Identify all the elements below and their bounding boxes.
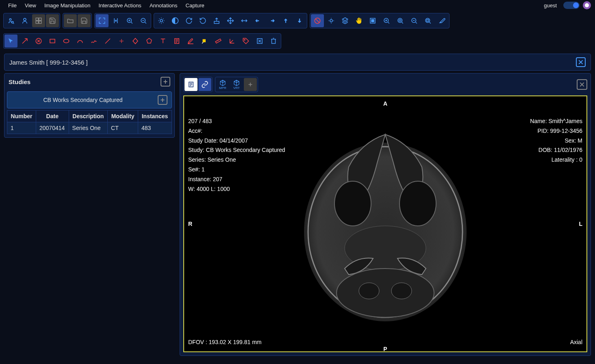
layers-icon[interactable] — [339, 14, 352, 27]
mpr-button[interactable]: MPR — [216, 78, 229, 91]
avatar[interactable] — [583, 1, 591, 9]
fit-icon[interactable] — [96, 14, 109, 27]
circle-x-icon[interactable] — [32, 35, 45, 48]
studies-panel: Studies + CB Works Secondary Captured + … — [4, 73, 175, 138]
probe-icon[interactable] — [435, 14, 448, 27]
down-icon[interactable] — [293, 14, 306, 27]
pan-hand-icon[interactable] — [352, 14, 365, 27]
save-as-icon[interactable] — [78, 14, 91, 27]
note-tool-icon[interactable] — [170, 35, 183, 48]
menu-annotations[interactable]: Annotations — [145, 1, 182, 10]
menu-image-manipulation[interactable]: Image Manipulation — [40, 1, 94, 10]
main-area: Studies + CB Works Secondary Captured + … — [0, 73, 595, 360]
overlay-top-right: Name: Smith^James PID: 999-12-3456 Sex: … — [530, 117, 582, 165]
angle-icon[interactable] — [226, 35, 239, 48]
arc-tool-icon[interactable] — [74, 35, 87, 48]
up-icon[interactable] — [279, 14, 292, 27]
freehand-icon[interactable] — [87, 35, 100, 48]
highlight-icon[interactable] — [184, 35, 197, 48]
user-label: guest — [541, 2, 560, 9]
contrast-icon[interactable] — [169, 14, 182, 27]
svg-point-1 — [9, 19, 11, 21]
point-tool-icon[interactable] — [115, 35, 128, 48]
orientation-p: P — [383, 346, 387, 352]
ellipse-tool-icon[interactable] — [60, 35, 73, 48]
next-icon[interactable] — [265, 14, 278, 27]
series-table: Number Date Description Modality Instanc… — [7, 110, 172, 134]
ruler-icon[interactable] — [212, 35, 225, 48]
viewer-panel: MPR VRT — [180, 73, 591, 356]
overlay-bottom-left: DFOV : 193.02 X 199.81 mm — [188, 338, 262, 347]
move-icon[interactable] — [224, 14, 237, 27]
table-row[interactable]: 1 20070414 Series One CT 483 — [7, 122, 172, 134]
svg-rect-5 — [39, 18, 41, 20]
no-overlay-icon[interactable] — [311, 14, 324, 27]
svg-point-37 — [400, 181, 436, 226]
col-date[interactable]: Date — [36, 110, 69, 122]
svg-point-41 — [391, 283, 412, 299]
col-number[interactable]: Number — [7, 110, 36, 122]
zoom-out2-icon[interactable] — [408, 14, 421, 27]
toolbar-row-2 — [0, 31, 595, 51]
region-icon[interactable] — [366, 14, 379, 27]
sidebar: Studies + CB Works Secondary Captured + … — [4, 73, 175, 356]
svg-rect-4 — [36, 18, 38, 20]
zoom-in-icon[interactable] — [123, 14, 136, 27]
viewport[interactable]: A P R L 207 / 483 Acc#: Study Date: 04/1… — [183, 95, 587, 352]
overlay-brightness-icon[interactable] — [325, 14, 338, 27]
line-tool-icon[interactable] — [101, 35, 114, 48]
menu-interactive-actions[interactable]: Interactive Actions — [94, 1, 145, 10]
magnify-icon[interactable] — [394, 14, 407, 27]
close-patient-button[interactable] — [576, 57, 586, 67]
add-series-button[interactable]: + — [158, 95, 167, 105]
close-viewer-button[interactable] — [577, 79, 587, 90]
menu-view[interactable]: View — [21, 1, 40, 10]
patient-search-icon[interactable] — [4, 14, 17, 27]
zoom-region-icon[interactable] — [421, 14, 434, 27]
delete-all-icon[interactable] — [267, 35, 280, 48]
viewer-toolbar: MPR VRT — [183, 77, 587, 92]
col-modality[interactable]: Modality — [108, 110, 138, 122]
prev-icon[interactable] — [252, 14, 265, 27]
zoom-out-icon[interactable] — [137, 14, 150, 27]
actual-size-icon[interactable] — [109, 14, 122, 27]
tag-icon[interactable] — [239, 35, 252, 48]
toolbar-row-1 — [0, 11, 595, 31]
pointer-icon[interactable] — [4, 35, 17, 48]
col-instances[interactable]: Instances — [138, 110, 172, 122]
theme-toggle[interactable] — [563, 2, 580, 9]
cell-number: 1 — [7, 122, 36, 134]
save-icon[interactable] — [46, 14, 59, 27]
zoom-in2-icon[interactable] — [380, 14, 393, 27]
brightness-icon[interactable] — [155, 14, 168, 27]
rotate-cw-icon[interactable] — [182, 14, 195, 27]
orientation-l: L — [579, 221, 582, 227]
col-description[interactable]: Description — [69, 110, 108, 122]
menu-file[interactable]: File — [4, 1, 21, 10]
patient-header: James Smith [ 999-12-3456 ] — [4, 54, 591, 71]
menu-capture[interactable]: Capture — [182, 1, 208, 10]
svg-point-26 — [63, 39, 69, 43]
folder-open-icon[interactable] — [64, 14, 77, 27]
export-icon[interactable] — [210, 14, 223, 27]
polygon-tool-icon[interactable] — [143, 35, 156, 48]
add-view-button[interactable] — [244, 78, 257, 91]
arrow-tool-icon[interactable] — [18, 35, 31, 48]
patient-icon[interactable] — [18, 14, 31, 27]
flip-h-icon[interactable] — [238, 14, 251, 27]
study-row[interactable]: CB Works Secondary Captured + — [7, 91, 172, 108]
add-study-button[interactable]: + — [161, 77, 170, 87]
diamond-tool-icon[interactable] — [129, 35, 142, 48]
marker-icon[interactable] — [198, 35, 211, 48]
delete-sel-icon[interactable] — [253, 35, 266, 48]
rect-tool-icon[interactable] — [46, 35, 59, 48]
vrt-button[interactable]: VRT — [230, 78, 243, 91]
link-button[interactable] — [198, 78, 211, 91]
cell-date: 20070414 — [36, 122, 69, 134]
ct-image — [296, 122, 475, 325]
info-overlay-button[interactable] — [185, 78, 198, 91]
svg-point-20 — [399, 20, 401, 22]
text-tool-icon[interactable] — [156, 35, 169, 48]
layout-icon[interactable] — [32, 14, 45, 27]
rotate-ccw-icon[interactable] — [196, 14, 209, 27]
